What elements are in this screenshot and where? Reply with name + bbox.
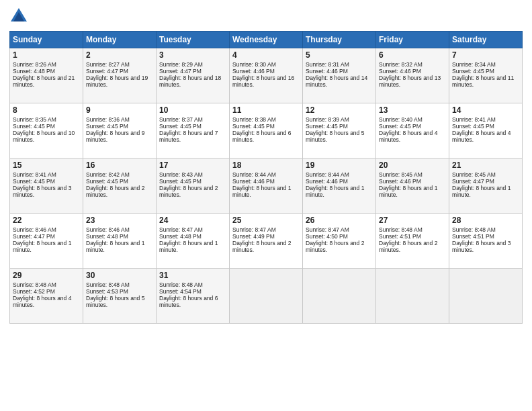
day-number: 8 bbox=[13, 105, 80, 115]
day-number: 22 bbox=[13, 216, 80, 225]
sunrise-label: Sunrise: 8:45 AM bbox=[452, 171, 496, 178]
sunrise-label: Sunrise: 8:45 AM bbox=[379, 171, 423, 178]
sunset-label: Sunset: 4:46 PM bbox=[379, 68, 421, 75]
sunset-label: Sunset: 4:45 PM bbox=[13, 123, 55, 130]
daylight-label: Daylight: 8 hours and 10 minutes. bbox=[13, 130, 75, 143]
sunset-label: Sunset: 4:48 PM bbox=[86, 233, 128, 240]
sunrise-label: Sunrise: 8:41 AM bbox=[13, 171, 56, 178]
calendar-cell: 28 Sunrise: 8:48 AM Sunset: 4:51 PM Dayl… bbox=[449, 214, 523, 269]
calendar-cell: 24 Sunrise: 8:47 AM Sunset: 4:48 PM Dayl… bbox=[157, 214, 230, 269]
header-wednesday: Wednesday bbox=[230, 32, 303, 48]
day-number: 7 bbox=[452, 50, 519, 60]
day-number: 26 bbox=[306, 216, 373, 225]
calendar-cell bbox=[303, 269, 376, 324]
day-number: 23 bbox=[86, 216, 153, 225]
daylight-label: Daylight: 8 hours and 2 minutes. bbox=[232, 240, 291, 253]
daylight-label: Daylight: 8 hours and 1 minute. bbox=[232, 185, 291, 198]
calendar-cell: 9 Sunrise: 8:36 AM Sunset: 4:45 PM Dayli… bbox=[83, 103, 157, 158]
calendar-cell: 27 Sunrise: 8:48 AM Sunset: 4:51 PM Dayl… bbox=[376, 214, 449, 269]
day-number: 2 bbox=[86, 50, 153, 60]
day-number: 29 bbox=[13, 271, 80, 280]
sunset-label: Sunset: 4:45 PM bbox=[159, 123, 202, 130]
sunrise-label: Sunrise: 8:48 AM bbox=[159, 281, 203, 288]
daylight-label: Daylight: 8 hours and 1 minute. bbox=[306, 185, 364, 198]
daylight-label: Daylight: 8 hours and 6 minutes. bbox=[159, 295, 218, 308]
sunset-label: Sunset: 4:47 PM bbox=[159, 68, 202, 75]
calendar-cell: 25 Sunrise: 8:47 AM Sunset: 4:49 PM Dayl… bbox=[230, 214, 303, 269]
header-tuesday: Tuesday bbox=[157, 32, 230, 48]
daylight-label: Daylight: 8 hours and 1 minute. bbox=[159, 240, 218, 253]
day-number: 15 bbox=[13, 161, 80, 170]
calendar-cell: 31 Sunrise: 8:48 AM Sunset: 4:54 PM Dayl… bbox=[157, 269, 230, 324]
daylight-label: Daylight: 8 hours and 2 minutes. bbox=[86, 185, 144, 198]
sunset-label: Sunset: 4:45 PM bbox=[232, 123, 275, 130]
calendar-cell: 15 Sunrise: 8:41 AM Sunset: 4:45 PM Dayl… bbox=[10, 158, 83, 214]
day-number: 30 bbox=[86, 271, 153, 280]
daylight-label: Daylight: 8 hours and 2 minutes. bbox=[159, 185, 218, 198]
daylight-label: Daylight: 8 hours and 21 minutes. bbox=[13, 75, 75, 88]
daylight-label: Daylight: 8 hours and 19 minutes. bbox=[86, 75, 148, 88]
sunrise-label: Sunrise: 8:35 AM bbox=[13, 116, 56, 123]
page-container: Sunday Monday Tuesday Wednesday Thursday… bbox=[0, 0, 532, 328]
sunrise-label: Sunrise: 8:31 AM bbox=[306, 61, 349, 68]
sunset-label: Sunset: 4:47 PM bbox=[86, 68, 128, 75]
daylight-label: Daylight: 8 hours and 5 minutes. bbox=[86, 295, 144, 308]
day-number: 11 bbox=[232, 105, 300, 115]
sunrise-label: Sunrise: 8:29 AM bbox=[159, 61, 203, 68]
sunrise-label: Sunrise: 8:47 AM bbox=[232, 226, 276, 233]
calendar-cell: 30 Sunrise: 8:48 AM Sunset: 4:53 PM Dayl… bbox=[83, 269, 157, 324]
logo bbox=[9, 7, 30, 26]
day-number: 9 bbox=[86, 105, 153, 115]
day-number: 18 bbox=[232, 161, 300, 170]
sunrise-label: Sunrise: 8:37 AM bbox=[159, 116, 203, 123]
sunset-label: Sunset: 4:48 PM bbox=[159, 233, 202, 240]
sunrise-label: Sunrise: 8:48 AM bbox=[13, 281, 56, 288]
day-number: 21 bbox=[452, 161, 519, 170]
daylight-label: Daylight: 8 hours and 7 minutes. bbox=[159, 130, 218, 143]
sunset-label: Sunset: 4:51 PM bbox=[379, 233, 421, 240]
daylight-label: Daylight: 8 hours and 3 minutes. bbox=[13, 185, 71, 198]
day-number: 3 bbox=[159, 50, 226, 60]
calendar-cell: 1 Sunrise: 8:26 AM Sunset: 4:48 PM Dayli… bbox=[10, 48, 83, 103]
day-number: 10 bbox=[159, 105, 226, 115]
sunset-label: Sunset: 4:45 PM bbox=[159, 178, 202, 185]
daylight-label: Daylight: 8 hours and 9 minutes. bbox=[86, 130, 144, 143]
sunrise-label: Sunrise: 8:43 AM bbox=[159, 171, 203, 178]
calendar-cell: 2 Sunrise: 8:27 AM Sunset: 4:47 PM Dayli… bbox=[83, 48, 157, 103]
daylight-label: Daylight: 8 hours and 6 minutes. bbox=[232, 130, 291, 143]
sunrise-label: Sunrise: 8:30 AM bbox=[232, 61, 276, 68]
day-number: 1 bbox=[13, 50, 80, 60]
page-header bbox=[9, 7, 523, 26]
calendar-table: Sunday Monday Tuesday Wednesday Thursday… bbox=[9, 31, 523, 324]
header-monday: Monday bbox=[83, 32, 157, 48]
sunrise-label: Sunrise: 8:34 AM bbox=[452, 61, 496, 68]
sunrise-label: Sunrise: 8:36 AM bbox=[86, 116, 130, 123]
daylight-label: Daylight: 8 hours and 4 minutes. bbox=[379, 130, 437, 143]
sunset-label: Sunset: 4:46 PM bbox=[379, 178, 421, 185]
sunset-label: Sunset: 4:45 PM bbox=[13, 178, 55, 185]
daylight-label: Daylight: 8 hours and 3 minutes. bbox=[452, 240, 511, 253]
calendar-cell: 20 Sunrise: 8:45 AM Sunset: 4:46 PM Dayl… bbox=[376, 158, 449, 214]
calendar-cell: 17 Sunrise: 8:43 AM Sunset: 4:45 PM Dayl… bbox=[157, 158, 230, 214]
sunset-label: Sunset: 4:45 PM bbox=[452, 123, 494, 130]
sunrise-label: Sunrise: 8:44 AM bbox=[306, 171, 349, 178]
sunset-label: Sunset: 4:45 PM bbox=[86, 178, 128, 185]
daylight-label: Daylight: 8 hours and 1 minute. bbox=[86, 240, 144, 253]
sunrise-label: Sunrise: 8:32 AM bbox=[379, 61, 423, 68]
daylight-label: Daylight: 8 hours and 16 minutes. bbox=[232, 75, 294, 88]
sunrise-label: Sunrise: 8:38 AM bbox=[232, 116, 276, 123]
calendar-row: 8 Sunrise: 8:35 AM Sunset: 4:45 PM Dayli… bbox=[10, 103, 523, 158]
sunset-label: Sunset: 4:53 PM bbox=[86, 288, 128, 295]
sunset-label: Sunset: 4:45 PM bbox=[306, 123, 348, 130]
sunset-label: Sunset: 4:52 PM bbox=[13, 288, 55, 295]
sunrise-label: Sunrise: 8:41 AM bbox=[452, 116, 496, 123]
calendar-cell: 23 Sunrise: 8:46 AM Sunset: 4:48 PM Dayl… bbox=[83, 214, 157, 269]
daylight-label: Daylight: 8 hours and 4 minutes. bbox=[13, 295, 71, 308]
calendar-cell: 4 Sunrise: 8:30 AM Sunset: 4:46 PM Dayli… bbox=[230, 48, 303, 103]
sunset-label: Sunset: 4:48 PM bbox=[13, 68, 55, 75]
calendar-cell: 16 Sunrise: 8:42 AM Sunset: 4:45 PM Dayl… bbox=[83, 158, 157, 214]
calendar-cell: 21 Sunrise: 8:45 AM Sunset: 4:47 PM Dayl… bbox=[449, 158, 523, 214]
daylight-label: Daylight: 8 hours and 2 minutes. bbox=[306, 240, 364, 253]
daylight-label: Daylight: 8 hours and 11 minutes. bbox=[452, 75, 514, 88]
day-number: 5 bbox=[306, 50, 373, 60]
